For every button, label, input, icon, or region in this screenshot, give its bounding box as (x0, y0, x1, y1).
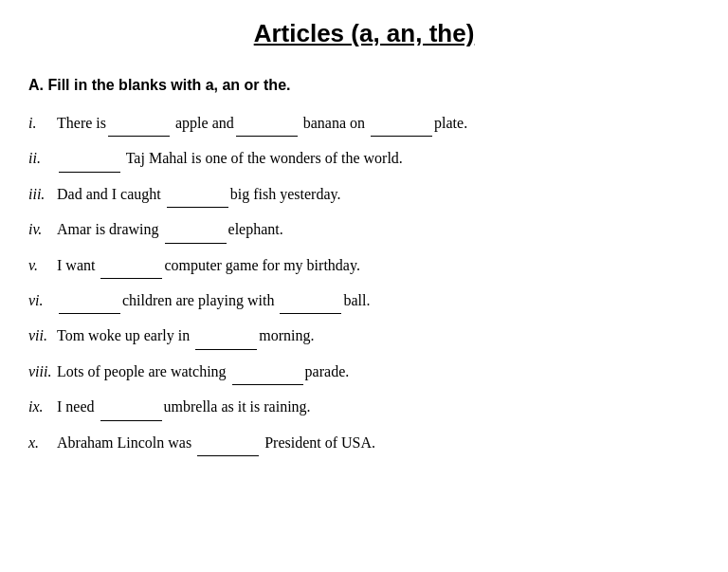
item-number: iii. (28, 182, 57, 208)
item-text: Dad and I caught big fish yesterday. (57, 182, 700, 208)
item-number: x. (28, 431, 57, 456)
item-text: Tom woke up early in morning. (57, 323, 700, 349)
item-text: I need umbrella as it is raining. (57, 395, 700, 420)
item-text: children are playing with ball. (57, 288, 700, 314)
page-title: Articles (a, an, the) (28, 19, 700, 48)
blank (236, 111, 298, 137)
list-item: iii. Dad and I caught big fish yesterday… (28, 182, 700, 208)
blank (100, 253, 162, 279)
blank (232, 360, 303, 385)
item-text: Taj Mahal is one of the wonders of the w… (57, 146, 700, 172)
list-item: ii. Taj Mahal is one of the wonders of t… (28, 146, 700, 172)
list-item: vii. Tom woke up early in morning. (28, 323, 700, 349)
list-item: vi. children are playing with ball. (28, 288, 700, 314)
item-text: Amar is drawing elephant. (57, 217, 700, 243)
page-container: Articles (a, an, the) A. Fill in the bla… (28, 19, 700, 456)
item-text: Lots of people are watching parade. (57, 360, 700, 385)
item-text: I want computer game for my birthday. (57, 253, 700, 279)
item-number: vi. (28, 288, 57, 314)
item-number: ix. (28, 395, 57, 420)
blank (197, 431, 259, 456)
item-text: Abraham Lincoln was President of USA. (57, 431, 700, 456)
blank (100, 395, 162, 420)
item-number: vii. (28, 323, 57, 349)
item-number: iv. (28, 217, 57, 243)
list-item: i. There is apple and banana on plate. (28, 111, 700, 137)
blank (165, 217, 227, 243)
blank (167, 182, 228, 208)
blank (59, 146, 120, 172)
list-item: iv. Amar is drawing elephant. (28, 217, 700, 243)
item-text: There is apple and banana on plate. (57, 111, 700, 137)
item-number: ii. (28, 146, 57, 172)
list-item: viii. Lots of people are watching parade… (28, 360, 700, 385)
blank (195, 323, 257, 349)
item-number: v. (28, 253, 57, 279)
blank (371, 111, 432, 137)
exercise-list: i. There is apple and banana on plate. i… (28, 111, 700, 456)
list-item: v. I want computer game for my birthday. (28, 253, 700, 279)
section-a-heading: A. Fill in the blanks with a, an or the. (28, 77, 700, 94)
list-item: x. Abraham Lincoln was President of USA. (28, 431, 700, 456)
blank (59, 288, 120, 314)
blank (108, 111, 170, 137)
item-number: i. (28, 111, 57, 137)
blank (280, 288, 341, 314)
list-item: ix. I need umbrella as it is raining. (28, 395, 700, 420)
item-number: viii. (28, 360, 57, 385)
